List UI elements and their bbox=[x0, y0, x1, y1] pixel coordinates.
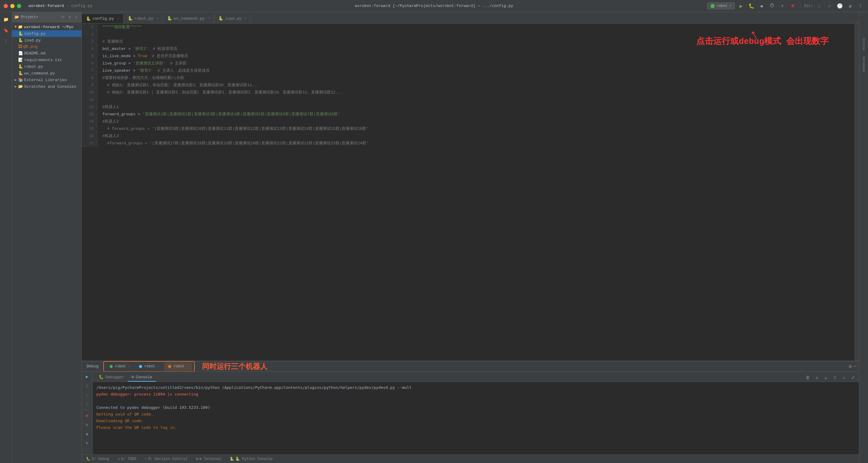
vc-icon: ↕ bbox=[145, 457, 147, 461]
tab-robot-py-close[interactable]: × bbox=[156, 16, 158, 20]
code-line-13: 13 forward_groups = '直播测试1群|直播测试2群|直播测试3… bbox=[82, 111, 855, 118]
bookmarks-icon[interactable]: 🔖 bbox=[1, 25, 11, 35]
git-revert-button[interactable]: ↺ bbox=[846, 2, 854, 10]
profile-button[interactable]: ⏱ bbox=[768, 2, 776, 10]
line-num-17: 17 bbox=[82, 140, 97, 147]
clear-console-button[interactable]: 🗑 bbox=[804, 374, 812, 382]
debugger-subtab[interactable]: 🐛 Debugger bbox=[95, 373, 128, 382]
wrap-button[interactable]: ↩ bbox=[840, 374, 848, 382]
sync-icon[interactable]: ⟳ bbox=[60, 14, 66, 20]
step-out-button[interactable]: ↑ bbox=[83, 400, 91, 408]
debug-header: Debug robot × robot × bbox=[82, 361, 859, 372]
debug-tab-robot1-close[interactable]: × bbox=[128, 365, 130, 368]
file-requirements[interactable]: 📝 requirements.txt bbox=[12, 57, 82, 63]
view-breakpoints-button[interactable]: ◉ bbox=[83, 430, 91, 438]
line-num-12: 12 bbox=[82, 103, 97, 111]
database-label[interactable]: Database bbox=[861, 55, 866, 74]
debug-tab-robot3-close[interactable]: × bbox=[186, 365, 188, 368]
status-debug[interactable]: 🐛 5: Debug bbox=[84, 456, 111, 462]
code-editor[interactable]: 1 """""项目配置""""" 2 3 # 直播模式 bbox=[82, 24, 855, 361]
debug-settings-icon[interactable]: ⚙ bbox=[849, 363, 852, 369]
code-line-3: 3 # 直播模式 bbox=[82, 38, 855, 45]
stop-button[interactable]: ■ bbox=[789, 2, 797, 10]
scroll-end-button[interactable]: ⇊ bbox=[822, 374, 830, 382]
debug-tab-robot1[interactable]: robot × bbox=[106, 362, 134, 371]
code-line-1: 1 """""项目配置""""" bbox=[82, 24, 855, 31]
stop-debug-button[interactable]: ■ bbox=[83, 412, 91, 420]
step-into-button[interactable]: ↓ bbox=[83, 391, 91, 399]
console-subtab[interactable]: ⊡ Console bbox=[128, 373, 156, 382]
file-wx-command-py[interactable]: 🐍 wx_command.py bbox=[12, 70, 82, 76]
code-line-17: 17 #forward_groups = '|直播测试17群|直播测试18群|直… bbox=[82, 140, 855, 147]
file-robot-py[interactable]: 🐍 robot.py bbox=[12, 63, 82, 70]
editor-scrollbar[interactable] bbox=[855, 24, 859, 361]
tab-wx-command-py[interactable]: 🐍 wx_command.py × bbox=[163, 13, 214, 23]
structure-icon[interactable]: ⋮ bbox=[1, 36, 11, 46]
file-readme[interactable]: 📄 README.md bbox=[12, 50, 82, 57]
gear-icon[interactable]: ⚙ bbox=[67, 14, 72, 20]
project-root[interactable]: ▼ 📁 wxrobot-forward ~/Pyc bbox=[12, 24, 82, 30]
robot2-badge-icon bbox=[139, 365, 142, 368]
scroll-top-button[interactable]: ⇈ bbox=[813, 374, 821, 382]
coverage-button[interactable]: ◈ bbox=[758, 2, 766, 10]
status-version-control[interactable]: ↕ 9: Version Control bbox=[143, 456, 189, 462]
file-requirements-label: requirements.txt bbox=[24, 58, 62, 62]
minimize-button[interactable] bbox=[10, 4, 14, 8]
line-num-16: 16 bbox=[82, 133, 97, 140]
resume-button[interactable]: ▶ bbox=[83, 373, 91, 381]
debug-tab-robot2[interactable]: robot × bbox=[135, 362, 163, 371]
step-over-button[interactable]: ⤵ bbox=[83, 382, 91, 390]
scratches-label: Scratches and Consoles bbox=[24, 85, 76, 89]
git-update-button[interactable]: ↓ bbox=[815, 2, 823, 10]
status-python-console[interactable]: 🐍 🐍 Python Console bbox=[228, 456, 274, 462]
debug-content-area: ▶ ⤵ ↓ ↑ ■ ⊘ ◉ ⚙ bbox=[82, 372, 859, 455]
status-todo[interactable]: ☑ 6: TODO bbox=[116, 456, 138, 462]
tab-load-py-icon: 🐍 bbox=[218, 16, 223, 21]
run-config-icon bbox=[711, 4, 715, 8]
file-load-py[interactable]: 🐍 load.py bbox=[12, 37, 82, 43]
debug-tab-robot3[interactable]: robot × bbox=[164, 362, 192, 371]
debug-minimize-icon[interactable]: ─ bbox=[854, 364, 857, 369]
window-title: wxrobot-forward [~/PycharmProjects/wxrob… bbox=[355, 4, 513, 8]
run-button[interactable]: ▶ bbox=[737, 2, 745, 10]
tab-config-py-close[interactable]: × bbox=[117, 17, 119, 21]
line-num-1: 1 bbox=[82, 24, 97, 31]
run-config-label: robot bbox=[717, 4, 727, 8]
debug-tab-robot2-close[interactable]: × bbox=[157, 365, 159, 368]
project-icon[interactable]: 📁 bbox=[1, 14, 11, 24]
status-bar: 🐛 5: Debug ☑ 6: TODO ↕ 9: Version Contro… bbox=[82, 455, 859, 463]
debug-tab-robot1-label: robot bbox=[115, 364, 126, 369]
debug-button[interactable]: 🐛 bbox=[747, 2, 755, 10]
tab-load-py[interactable]: 🐍 load.py × bbox=[214, 13, 251, 23]
external-libraries[interactable]: ▶ 📚 External Libraries bbox=[12, 76, 82, 83]
file-qr-png[interactable]: 🖼 QR.png bbox=[12, 43, 82, 50]
editor-area: 🐍 config.py × 🐍 robot.py × 🐍 wx_command.… bbox=[82, 12, 859, 463]
scview-label[interactable]: SCView bbox=[861, 36, 866, 52]
debug-output[interactable]: /Users/pig/PycharmProjects/untitled3/ven… bbox=[93, 382, 859, 455]
git-commit-button[interactable]: ✓ bbox=[826, 2, 834, 10]
tab-wx-command-close[interactable]: × bbox=[208, 16, 210, 20]
separator bbox=[800, 3, 801, 9]
tab-robot-py[interactable]: 🐍 robot.py × bbox=[124, 13, 163, 23]
debug-left-toolbar: ▶ ⤵ ↓ ↑ ■ ⊘ ◉ ⚙ bbox=[82, 372, 93, 455]
line-num-11: 11 bbox=[82, 96, 97, 103]
filter-button[interactable]: ▽ bbox=[831, 374, 839, 382]
file-config-py[interactable]: 🐍 config.py bbox=[12, 30, 82, 37]
close-icon[interactable]: ✕ bbox=[73, 14, 79, 20]
tab-wx-py-icon: 🐍 bbox=[167, 16, 172, 21]
settings-debug-button[interactable]: ⚙ bbox=[83, 439, 91, 447]
file-robot-label: robot.py bbox=[24, 64, 43, 69]
status-terminal[interactable]: ⊞ ⊞ Terminal bbox=[194, 456, 223, 462]
close-button[interactable] bbox=[4, 4, 8, 8]
expand-button[interactable]: ⤢ bbox=[849, 374, 857, 381]
tab-config-py[interactable]: 🐍 config.py × bbox=[82, 13, 124, 23]
concurrency-button[interactable]: ⚡ bbox=[778, 2, 786, 10]
project-folder-icon: 📁 bbox=[18, 25, 23, 29]
git-history-button[interactable]: 🕐 bbox=[836, 2, 844, 10]
maximize-button[interactable] bbox=[17, 4, 21, 8]
tab-load-close[interactable]: × bbox=[245, 16, 247, 20]
run-config-selector[interactable]: robot ▾ bbox=[707, 2, 735, 9]
git-push-button[interactable]: ↑ bbox=[857, 2, 864, 10]
mute-breakpoints-button[interactable]: ⊘ bbox=[83, 421, 91, 429]
scratches-consoles[interactable]: ▶ 📂 Scratches and Consoles bbox=[12, 83, 82, 90]
